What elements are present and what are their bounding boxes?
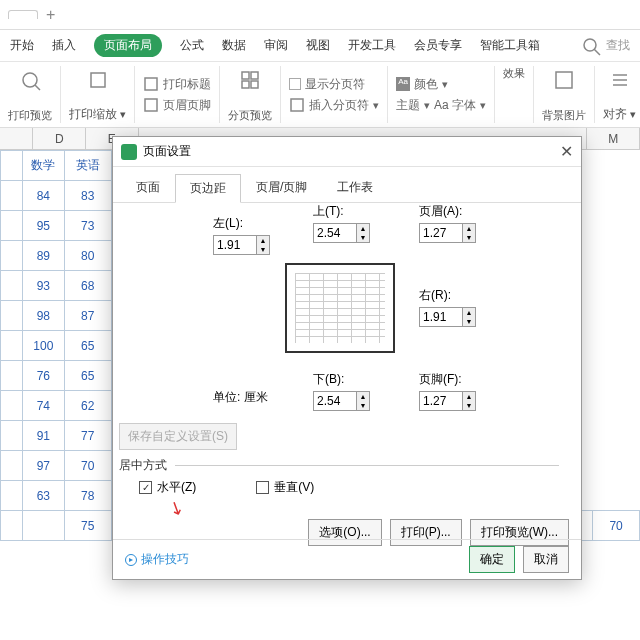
ribbon-effect[interactable]: 效果	[495, 66, 534, 123]
tab-page[interactable]: 页面	[121, 173, 175, 202]
label-top: 上(T):	[313, 203, 344, 220]
title-icon	[143, 76, 159, 92]
label-header: 页眉(A):	[419, 203, 462, 220]
label-unit: 单位: 厘米	[213, 389, 268, 406]
tab-sheet[interactable]: 工作表	[322, 173, 388, 202]
save-custom-button: 保存自定义设置(S)	[119, 423, 237, 450]
scale-icon	[87, 69, 109, 91]
center-section-label: 居中方式	[119, 457, 559, 474]
section-icon	[239, 69, 261, 91]
menu-start[interactable]: 开始	[10, 37, 34, 54]
ribbon-bg[interactable]: 背景图片	[534, 66, 595, 123]
menubar: 开始 插入 页面布局 公式 数据 审阅 视图 开发工具 会员专享 智能工具箱 查…	[0, 30, 640, 62]
add-tab-button[interactable]: +	[46, 6, 55, 24]
header-icon	[143, 97, 159, 113]
tab-header-footer[interactable]: 页眉/页脚	[241, 173, 322, 202]
menu-data[interactable]: 数据	[222, 37, 246, 54]
tab-margins[interactable]: 页边距	[175, 174, 241, 203]
ribbon-header-footer[interactable]: 页眉页脚	[143, 97, 211, 114]
align-icon	[609, 69, 631, 91]
dialog-tabs: 页面 页边距 页眉/页脚 工作表	[113, 167, 581, 203]
svg-line-1	[594, 49, 600, 55]
label-left: 左(L):	[213, 215, 243, 232]
menu-dev[interactable]: 开发工具	[348, 37, 396, 54]
ribbon-show-break[interactable]: 显示分页符	[289, 76, 379, 93]
spinner-footer[interactable]: ▲▼	[419, 391, 476, 411]
annotation-arrow: ↘	[165, 495, 188, 521]
search-icon	[580, 35, 602, 57]
cancel-button[interactable]: 取消	[523, 546, 569, 573]
col-header[interactable]: D	[33, 128, 86, 149]
dialog-title: 页面设置	[143, 143, 191, 160]
ribbon-font[interactable]: 主题 ▾ Aa 字体 ▾	[396, 97, 486, 114]
spinner-top[interactable]: ▲▼	[313, 223, 370, 243]
ok-button[interactable]: 确定	[469, 546, 515, 573]
svg-line-3	[35, 85, 40, 90]
play-icon: ▸	[125, 554, 137, 566]
document-tab[interactable]	[8, 10, 38, 19]
label-footer: 页脚(F):	[419, 371, 462, 388]
label-bottom: 下(B):	[313, 371, 344, 388]
ribbon-insert-break[interactable]: 插入分页符 ▾	[289, 97, 379, 114]
spinner-header[interactable]: ▲▼	[419, 223, 476, 243]
label-right: 右(R):	[419, 287, 451, 304]
menu-member[interactable]: 会员专享	[414, 37, 462, 54]
dialog-titlebar[interactable]: 页面设置 ✕	[113, 137, 581, 167]
svg-rect-4	[91, 73, 105, 87]
close-button[interactable]: ✕	[560, 142, 573, 161]
app-icon	[121, 144, 137, 160]
svg-point-2	[23, 73, 37, 87]
svg-rect-10	[251, 81, 258, 88]
menu-review[interactable]: 审阅	[264, 37, 288, 54]
ribbon: 打印预览 打印缩放 ▾ 打印标题 页眉页脚 分页预览 显示分页符 插入分页符 ▾…	[0, 62, 640, 128]
tips-link[interactable]: ▸操作技巧	[125, 551, 189, 568]
magnifier-icon	[19, 69, 41, 91]
ribbon-theme[interactable]: Aa颜色 ▾	[396, 76, 486, 93]
col-header[interactable]	[0, 128, 33, 149]
margin-preview	[285, 263, 395, 353]
ribbon-print-title[interactable]: 打印标题	[143, 76, 211, 93]
page-setup-dialog: 页面设置 ✕ 页面 页边距 页眉/页脚 工作表 上(T):▲▼ 页眉(A):▲▼…	[112, 136, 582, 580]
spinner-right[interactable]: ▲▼	[419, 307, 476, 327]
checkbox-vertical[interactable]: 垂直(V)	[256, 479, 314, 496]
ribbon-print-preview[interactable]: 打印预览	[0, 66, 61, 123]
svg-rect-12	[556, 72, 572, 88]
svg-rect-5	[145, 78, 157, 90]
svg-rect-6	[145, 99, 157, 111]
ribbon-section-preview[interactable]: 分页预览	[220, 66, 281, 123]
break-icon	[289, 97, 305, 113]
svg-rect-11	[291, 99, 303, 111]
svg-rect-7	[242, 72, 249, 79]
menu-view[interactable]: 视图	[306, 37, 330, 54]
svg-rect-9	[242, 81, 249, 88]
menu-page-layout[interactable]: 页面布局	[94, 34, 162, 57]
ribbon-align[interactable]: 对齐 ▾	[595, 66, 640, 123]
svg-rect-8	[251, 72, 258, 79]
menu-smart[interactable]: 智能工具箱	[480, 37, 540, 54]
document-tabbar: +	[0, 0, 640, 30]
image-icon	[553, 69, 575, 91]
spinner-bottom[interactable]: ▲▼	[313, 391, 370, 411]
col-header[interactable]: M	[587, 128, 640, 149]
spinner-left[interactable]: ▲▼	[213, 235, 270, 255]
menu-formula[interactable]: 公式	[180, 37, 204, 54]
ribbon-print-scale[interactable]: 打印缩放 ▾	[61, 66, 135, 123]
search-box[interactable]: 查找	[580, 35, 630, 57]
menu-insert[interactable]: 插入	[52, 37, 76, 54]
checkbox-horizontal[interactable]: ✓水平(Z)	[139, 479, 196, 496]
